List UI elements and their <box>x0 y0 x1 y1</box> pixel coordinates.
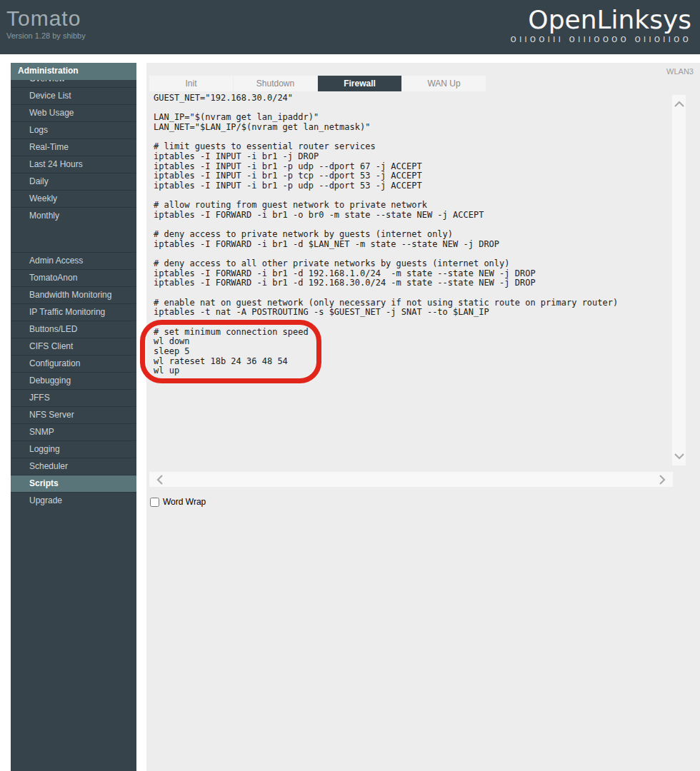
scroll-up-icon[interactable] <box>674 101 685 108</box>
tab-wan-up[interactable]: WAN Up <box>402 76 486 91</box>
word-wrap-row: Word Wrap <box>150 497 206 507</box>
script-editor[interactable]: GUEST_NET="192.168.30.0/24" LAN_IP="$(nv… <box>149 91 672 497</box>
sidebar-item-admin-access[interactable]: Admin Access <box>11 252 136 269</box>
tab-shutdown[interactable]: Shutdown <box>234 76 317 91</box>
horizontal-scrollbar[interactable] <box>149 472 673 487</box>
brand-title: Tomato <box>6 7 86 30</box>
header: Tomato Version 1.28 by shibby OpenLinksy… <box>0 0 700 54</box>
openlinksys-logo: OpenLinksys OIIOOIII OIIIOOOO OIIOIIOO <box>511 6 691 44</box>
sidebar-item-last-24-hours[interactable]: Last 24 Hours <box>11 156 136 173</box>
sidebar-item-scripts[interactable]: Scripts <box>11 475 136 492</box>
sidebar-item-logs[interactable]: Logs <box>11 121 136 138</box>
word-wrap-label[interactable]: Word Wrap <box>163 497 206 507</box>
sidebar: StatusOverviewDevice ListWeb UsageLogsBa… <box>11 63 136 771</box>
scroll-down-icon[interactable] <box>674 453 685 460</box>
sidebar-item-device-list[interactable]: Device List <box>11 87 136 104</box>
sidebar-item-tomatoanon[interactable]: TomatoAnon <box>11 269 136 286</box>
sidebar-item-snmp[interactable]: SNMP <box>11 423 136 440</box>
sidebar-item-nfs-server[interactable]: NFS Server <box>11 406 136 423</box>
sidebar-item-buttons-led[interactable]: Buttons/LED <box>11 321 136 338</box>
vertical-scrollbar[interactable] <box>672 95 686 465</box>
sidebar-item-bandwidth-monitoring[interactable]: Bandwidth Monitoring <box>11 286 136 303</box>
tab-firewall[interactable]: Firewall <box>318 76 401 91</box>
sidebar-item-jffs[interactable]: JFFS <box>11 389 136 406</box>
sidebar-item-web-usage[interactable]: Web Usage <box>11 104 136 121</box>
sidebar-item-real-time[interactable]: Real-Time <box>11 138 136 156</box>
sidebar-item-ip-traffic-monitoring[interactable]: IP Traffic Monitoring <box>11 303 136 321</box>
main-panel: WLAN3 InitShutdownFirewallWAN Up GUEST_N… <box>146 63 700 771</box>
sidebar-item-cifs-client[interactable]: CIFS Client <box>11 338 136 355</box>
logo-binary-text: OIIOOIII OIIIOOOO OIIOIIOO <box>511 36 691 44</box>
sidebar-item-administration[interactable]: Administration <box>11 63 136 80</box>
brand: Tomato Version 1.28 by shibby <box>6 7 86 40</box>
sidebar-item-logging[interactable]: Logging <box>11 440 136 458</box>
sidebar-item-upgrade[interactable]: Upgrade <box>11 492 136 509</box>
sidebar-item-daily[interactable]: Daily <box>11 173 136 190</box>
sidebar-gap <box>11 233 136 243</box>
sidebar-gap <box>11 224 136 233</box>
tab-bar: InitShutdownFirewallWAN Up <box>149 76 486 91</box>
tab-init[interactable]: Init <box>149 76 233 91</box>
logo-text: OpenLinksys <box>511 6 691 34</box>
wlan-label: WLAN3 <box>666 67 694 76</box>
sidebar-item-weekly[interactable]: Weekly <box>11 190 136 207</box>
sidebar-item-configuration[interactable]: Configuration <box>11 355 136 372</box>
scroll-right-icon[interactable] <box>659 474 666 485</box>
sidebar-item-scheduler[interactable]: Scheduler <box>11 458 136 475</box>
sidebar-item-monthly[interactable]: Monthly <box>11 207 136 224</box>
brand-version: Version 1.28 by shibby <box>6 31 86 40</box>
scroll-left-icon[interactable] <box>156 474 164 485</box>
word-wrap-checkbox[interactable] <box>150 498 159 507</box>
sidebar-gap <box>11 243 136 252</box>
sidebar-item-debugging[interactable]: Debugging <box>11 372 136 389</box>
